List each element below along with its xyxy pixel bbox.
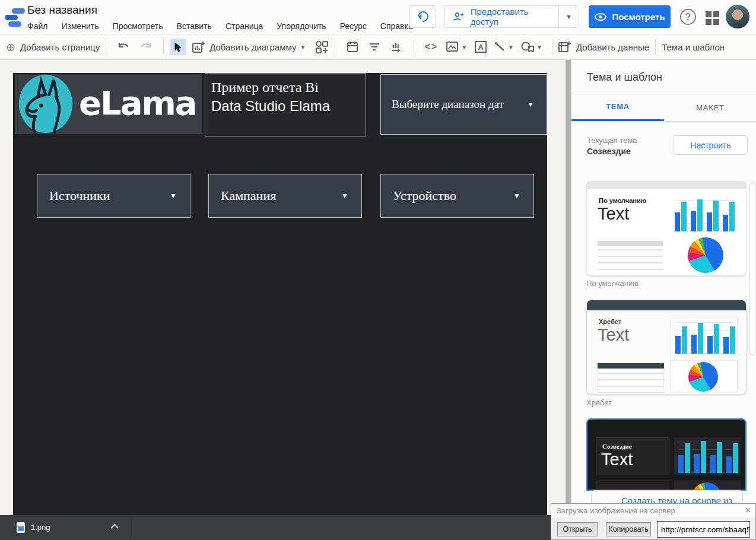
menu-page[interactable]: Страница [225,21,263,31]
download-bar-divider [132,517,132,538]
panel-scrollbar[interactable] [749,182,755,355]
theme-name-label: Созвездие [602,443,632,450]
panel-title: Тема и шаблон [587,71,662,84]
theme-panel: Тема и шаблон ТЕМА МАКЕТ Текущая тема Со… [571,60,756,540]
theme-name-label: По умолчанию [599,197,646,204]
date-range-picker[interactable]: Выберите диапазон дат ▼ [380,74,547,135]
share-button[interactable]: Предоставить доступ [444,6,558,27]
redo-button[interactable] [135,42,157,52]
filter-label: Устройство [393,188,456,204]
date-range-label: Выберите диапазон дат [392,98,504,111]
view-button[interactable]: Посмотреть [589,5,671,28]
menu-help[interactable]: Справка [380,21,413,31]
line-icon [494,42,506,52]
toolbar-divider [414,39,414,55]
add-chart-button[interactable]: Добавить диаграмму [209,42,296,52]
image-button[interactable]: ▼ [443,42,471,52]
report-canvas[interactable]: eLama Пример отчета Bi Data Studio Elama… [13,73,547,515]
dialog-title: Загрузка изображения на сервер [557,506,675,515]
app-header: Без названия Файл Изменить Просмотреть В… [0,0,756,34]
filter-label: Кампания [221,188,276,204]
menu-resource[interactable]: Ресурс [340,21,367,31]
dialog-open-button[interactable]: Открыть [557,522,598,536]
customize-theme-button[interactable]: Настроить [674,135,748,155]
user-avatar[interactable] [726,5,749,28]
menu-edit[interactable]: Изменить [61,21,99,31]
png-file-icon [17,522,25,533]
filter-control-button[interactable] [364,42,385,52]
download-options-chevron[interactable] [110,523,119,529]
card-topbar [587,300,746,310]
report-title-line1: Пример отчета Bi [211,78,360,97]
menu-file[interactable]: Файл [27,21,47,31]
close-icon[interactable]: × [745,505,751,516]
community-viz-button[interactable] [315,40,329,54]
filter-label: Источники [49,188,110,204]
help-button[interactable]: ? [680,9,696,25]
theme-card-edge[interactable]: Хребет Text [586,300,747,395]
line-caret[interactable]: ▼ [508,44,514,50]
filter-campaign-dropdown[interactable]: Кампания ▼ [208,174,362,218]
elama-logo-text: eLama [79,84,196,122]
add-page-icon[interactable]: ⊕ [6,40,15,54]
code-icon: <> [425,42,439,52]
theme-sample-text: Text [601,450,633,469]
dialog-copy-button[interactable]: Копировать [606,522,651,536]
datastudio-logo-icon[interactable] [5,8,26,28]
refresh-data-button[interactable] [409,5,436,28]
elama-llama-icon [17,74,74,134]
app-window: Без названия Файл Изменить Просмотреть В… [0,0,756,540]
toolbar-divider [552,39,552,55]
tab-layout[interactable]: МАКЕТ [664,94,756,121]
embed-url-button[interactable]: <> [420,42,443,52]
image-caret[interactable]: ▼ [461,44,467,50]
apps-grid-button[interactable] [706,11,719,25]
add-chart-caret[interactable]: ▼ [300,44,306,50]
downloaded-file-button[interactable]: 1.png [31,523,50,532]
person-add-icon [453,11,465,23]
text-lines-thumbnail [598,249,663,273]
theme-layout-button[interactable]: Тема и шаблон [662,42,725,52]
report-logo-block[interactable]: eLama [15,74,202,134]
dialog-titlebar[interactable]: Загрузка изображения на сервер × [551,504,755,517]
toolbar-divider [335,39,335,55]
add-page-button[interactable]: Добавить страницу [20,42,100,52]
pie-panel [674,480,741,491]
eye-icon [595,13,606,21]
menu-view[interactable]: Просмотреть [113,21,163,31]
report-title-textbox[interactable]: Пример отчета Bi Data Studio Elama [205,73,366,136]
add-data-button[interactable]: Добавить данные [576,42,649,52]
upload-dialog: Загрузка изображения на сервер × Открыть… [551,503,756,540]
canvas-scrollbar[interactable] [566,60,571,515]
text-panel: Созвездие Text [596,437,669,475]
chevron-down-icon: ▼ [513,192,520,200]
shape-button[interactable]: ▼ [517,41,546,53]
text-panel [596,480,669,491]
date-range-control-button[interactable] [341,41,364,53]
table-panel [598,369,664,392]
shape-caret[interactable]: ▼ [536,44,542,50]
filter-device-dropdown[interactable]: Устройство ▼ [380,174,534,218]
current-theme-label: Текущая тема [587,136,637,145]
filter-sources-dropdown[interactable]: Источники ▼ [37,174,190,218]
add-data-icon [558,41,571,53]
share-options-caret[interactable]: ▼ [558,6,579,27]
theme-sample-text: Text [598,204,629,224]
data-control-button[interactable] [385,41,408,53]
divider [571,121,756,122]
select-tool-button[interactable] [170,39,186,55]
text-button[interactable]: A [471,41,491,53]
document-title[interactable]: Без названия [27,4,97,17]
dialog-url-input[interactable] [657,521,750,538]
table-header-thumbnail [598,363,664,369]
menu-insert[interactable]: Вставить [177,21,212,31]
image-icon [446,42,459,52]
undo-button[interactable] [112,42,135,52]
theme-caption-edge: Хребет [586,398,612,407]
menu-bar: Файл Изменить Просмотреть Вставить Стран… [27,21,413,31]
theme-card-constellation-selected[interactable]: Созвездие Text [586,418,747,491]
theme-card-default[interactable]: По умолчанию Text [586,181,747,276]
line-button[interactable]: ▼ [491,42,517,52]
menu-arrange[interactable]: Упорядочить [277,21,326,31]
tab-theme[interactable]: ТЕМА [571,94,664,121]
